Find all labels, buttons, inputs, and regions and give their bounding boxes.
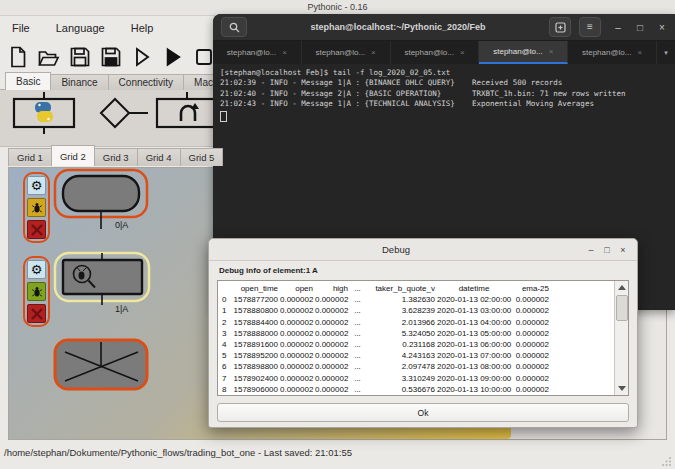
- main-window-title: Pythonic - 0.16: [307, 2, 367, 12]
- terminal-tab[interactable]: stephan@lo... ×: [213, 41, 302, 64]
- run-icon[interactable]: [159, 43, 186, 70]
- new-file-icon[interactable]: [4, 43, 31, 70]
- menu-item[interactable]: Language: [56, 22, 105, 34]
- debug-table-row: 6 1578898800 0.000002 0.000002 ... 2.097…: [222, 361, 612, 372]
- save-icon[interactable]: [66, 43, 93, 70]
- menu-item[interactable]: Help: [131, 22, 154, 34]
- x-icon: [30, 223, 44, 237]
- debug-minimize-button[interactable]: –: [583, 245, 599, 255]
- grid-tabs: Grid 1Grid 2Grid 3Grid 4Grid 5: [8, 146, 222, 166]
- terminal-log-line: 21:02:43 - INFO - Message 1|A : {TECHNIC…: [220, 99, 675, 109]
- scroll-down-icon[interactable]: [618, 386, 626, 391]
- debug-table[interactable]: open_time open high ... taker_b_quote_v …: [217, 280, 629, 396]
- tab-close-icon[interactable]: ×: [371, 48, 376, 57]
- terminal-close-button[interactable]: ×: [653, 22, 671, 33]
- element-1A-button-stack: ⚙: [23, 256, 50, 327]
- debug-info-label: Debug info of element:1 A: [219, 266, 318, 275]
- element-1A-label: 1|A: [115, 304, 128, 314]
- toolbox-tab[interactable]: Connectivity: [108, 74, 184, 90]
- save-as-icon[interactable]: [97, 43, 124, 70]
- tab-close-icon[interactable]: ×: [460, 48, 465, 57]
- debug-table-row: 5 1578895200 0.000002 0.000002 ... 4.243…: [222, 350, 612, 361]
- debug-table-row: 7 1578902400 0.000002 0.000002 ... 3.310…: [222, 373, 612, 384]
- toolbox-element-return[interactable]: [157, 92, 218, 127]
- element-1A-settings-button[interactable]: ⚙: [27, 260, 46, 279]
- terminal-maximize-button[interactable]: □: [631, 22, 649, 33]
- terminal-minimize-button[interactable]: –: [609, 22, 627, 33]
- tab-close-icon[interactable]: ×: [637, 48, 642, 57]
- tab-close-icon[interactable]: ×: [282, 48, 287, 57]
- grid-tab[interactable]: Grid 5: [180, 148, 224, 166]
- debug-table-row: 8 1578906000 0.000002 0.000002 ... 0.536…: [222, 384, 612, 395]
- terminal-tab-bar: stephan@lo... × stephan@lo... × stephan@…: [213, 41, 675, 64]
- flow-element-connector[interactable]: [55, 340, 147, 389]
- gear-icon: ⚙: [31, 263, 43, 276]
- element-1A-delete-button[interactable]: [27, 304, 46, 323]
- grid-tab[interactable]: Grid 1: [8, 148, 52, 166]
- search-icon: [229, 22, 240, 33]
- element-0A-debug-button[interactable]: [27, 198, 46, 217]
- terminal-tab[interactable]: stephan@lo... ×: [391, 41, 480, 64]
- terminal-log-line: 21:02:40 - INFO - Message 2|A : {BASIC O…: [220, 89, 675, 99]
- hamburger-icon: ≡: [587, 22, 593, 32]
- debug-table-row: 3 1578888000 0.000002 0.000002 ... 5.324…: [222, 328, 612, 339]
- element-0A-button-stack: ⚙: [23, 172, 50, 243]
- terminal-tab[interactable]: stephan@lo... ×: [568, 41, 657, 64]
- bug-icon: [31, 202, 43, 214]
- element-0A-label: 0|A: [115, 220, 128, 230]
- status-bar: /home/stephan/Dokumente/Pythonic_flows/t…: [4, 447, 352, 458]
- toolbox-tab[interactable]: Basic: [5, 72, 51, 90]
- element-1A-debug-button[interactable]: [27, 282, 46, 301]
- bug-icon: [31, 286, 43, 298]
- scrollbar-thumb[interactable]: [616, 295, 628, 321]
- debug-table-row: 2 1578884400 0.000002 0.000002 ... 2.013…: [222, 317, 612, 328]
- debug-close-button[interactable]: ×: [615, 245, 631, 255]
- python-logo-icon: [35, 102, 53, 122]
- menu-item[interactable]: File: [12, 22, 30, 34]
- flow-element-1A[interactable]: [55, 253, 149, 305]
- terminal-titlebar[interactable]: stephan@localhost:~/Pythonic_2020/Feb ≡ …: [213, 14, 675, 41]
- new-tab-icon: [555, 22, 566, 33]
- debug-titlebar[interactable]: Debug – □ ×: [209, 239, 637, 261]
- tab-close-icon[interactable]: ×: [549, 47, 554, 56]
- debug-maximize-button[interactable]: □: [599, 245, 615, 255]
- terminal-prompt-line: [stephan@localhost Feb]$ tail -f log_202…: [220, 68, 675, 78]
- terminal-title: stephan@localhost:~/Pythonic_2020/Feb: [247, 22, 549, 32]
- terminal-tab[interactable]: stephan@lo... ×: [302, 41, 391, 64]
- open-file-icon[interactable]: [35, 43, 62, 70]
- element-0A-delete-button[interactable]: [27, 220, 46, 239]
- toolbox-element-branch[interactable]: [101, 99, 148, 127]
- flow-element-0A[interactable]: [55, 170, 147, 229]
- debug-run-icon[interactable]: [128, 43, 155, 70]
- terminal-tab[interactable]: stephan@lo... ×: [479, 41, 568, 64]
- debug-table-row: 0 1578877200 0.000002 0.000002 ... 1.382…: [222, 294, 612, 305]
- debug-table-row: 1 1578880800 0.000002 0.000002 ... 3.628…: [222, 305, 612, 316]
- element-0A-settings-button[interactable]: ⚙: [27, 176, 46, 195]
- debug-table-header: open_time open high ... taker_b_quote_v …: [222, 283, 612, 294]
- terminal-search-button[interactable]: [221, 17, 247, 37]
- desktop: Pythonic - 0.16 FileLanguageHelp: [0, 0, 675, 469]
- resize-grip[interactable]: [662, 456, 672, 466]
- toolbox-element-python[interactable]: [14, 92, 74, 134]
- debug-table-scrollbar[interactable]: [614, 281, 628, 395]
- grid-tab[interactable]: Grid 3: [94, 148, 138, 166]
- grid-tab[interactable]: Grid 4: [137, 148, 181, 166]
- grid-tab[interactable]: Grid 2: [51, 145, 95, 166]
- terminal-cursor: [220, 111, 227, 122]
- ok-button[interactable]: Ok: [217, 403, 629, 422]
- x-icon: [30, 307, 44, 321]
- terminal-new-tab-button[interactable]: [549, 17, 571, 37]
- gear-icon: ⚙: [31, 179, 43, 192]
- terminal-menu-button[interactable]: ≡: [579, 17, 601, 37]
- debug-table-row: 4 1578891600 0.000002 0.000002 ... 0.231…: [222, 339, 612, 350]
- debug-dialog: Debug – □ × Debug info of element:1 A op…: [208, 238, 638, 428]
- terminal-log-line: 21:02:39 - INFO - Message 1|A : {BINANCE…: [220, 78, 675, 88]
- scroll-up-icon[interactable]: [618, 285, 626, 290]
- debug-title: Debug: [209, 244, 583, 255]
- toolbox-tab[interactable]: Binance: [50, 74, 108, 90]
- chevron-down-icon[interactable]: ▾: [657, 41, 675, 64]
